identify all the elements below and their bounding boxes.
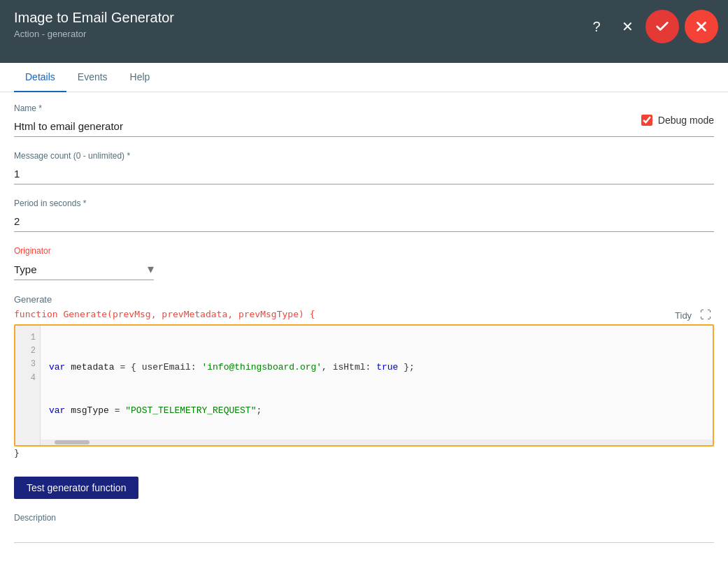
x-icon — [694, 19, 709, 34]
tab-events[interactable]: Events — [66, 63, 119, 92]
line-numbers: 1 2 3 4 — [15, 326, 41, 447]
debug-mode-label: Debug mode — [658, 115, 714, 126]
header: Image to Email Generator Action - genera… — [0, 0, 728, 63]
code-editor[interactable]: 1 2 3 4 var metadata = { userEmail: 'inf… — [14, 324, 714, 447]
description-input[interactable] — [14, 526, 714, 543]
description-field-group: Description — [14, 513, 714, 543]
fullscreen-icon: ⛶ — [700, 309, 711, 321]
scrollbar-thumb — [55, 440, 90, 444]
message-count-field-group: Message count (0 - unlimited) * — [14, 151, 714, 184]
test-generator-button[interactable]: Test generator function — [14, 477, 138, 499]
content-area: Name * Debug mode Message count (0 - unl… — [0, 92, 728, 582]
tidy-button[interactable]: Tidy — [672, 309, 694, 322]
period-label: Period in seconds * — [14, 198, 714, 208]
name-field-group: Name * — [14, 103, 714, 137]
help-button[interactable]: ? — [584, 14, 609, 39]
close-header-button[interactable]: ✕ — [615, 14, 640, 39]
originator-select-row: Type Device Asset Customer Tenant ▾ — [14, 259, 154, 280]
generate-label: Generate — [14, 294, 714, 305]
generate-field-group: Generate function Generate(prevMsg, prev… — [14, 294, 714, 458]
tab-help[interactable]: Help — [119, 63, 162, 92]
horizontal-scrollbar[interactable] — [41, 440, 713, 445]
description-label: Description — [14, 513, 714, 523]
code-toolbar-row: function Generate(prevMsg, prevMetadata,… — [14, 307, 714, 323]
question-icon: ? — [592, 19, 600, 35]
originator-type-select[interactable]: Type Device Asset Customer Tenant — [14, 263, 145, 275]
tabs-bar: Details Events Help — [0, 63, 728, 92]
originator-label: Originator — [14, 246, 714, 256]
chevron-down-icon: ▾ — [148, 261, 154, 277]
code-lines: var metadata = { userEmail: 'info@things… — [41, 326, 713, 447]
code-line-2: var msgType = "POST_TELEMETRY_REQUEST"; — [49, 404, 704, 419]
header-actions: ? ✕ — [584, 10, 718, 43]
debug-mode-checkbox[interactable] — [641, 115, 652, 126]
check-icon — [655, 19, 670, 34]
code-line-1: var metadata = { userEmail: 'info@things… — [49, 361, 704, 375]
cancel-button[interactable] — [685, 10, 718, 43]
tab-details[interactable]: Details — [14, 63, 66, 92]
name-debug-row: Name * Debug mode — [14, 103, 714, 137]
message-count-input[interactable] — [14, 164, 714, 184]
period-field-group: Period in seconds * — [14, 198, 714, 232]
confirm-button[interactable] — [645, 10, 679, 43]
period-input[interactable] — [14, 211, 714, 232]
name-label: Name * — [14, 103, 714, 113]
debug-mode-row: Debug mode — [641, 115, 714, 126]
fullscreen-button[interactable]: ⛶ — [697, 307, 714, 323]
function-signature: function Generate(prevMsg, prevMetadata,… — [14, 309, 315, 319]
closing-brace: } — [14, 448, 714, 458]
originator-field-group: Originator Type Device Asset Customer Te… — [14, 246, 714, 280]
close-header-icon: ✕ — [622, 18, 634, 35]
message-count-label: Message count (0 - unlimited) * — [14, 151, 714, 161]
name-input[interactable] — [14, 116, 714, 137]
code-editor-inner: 1 2 3 4 var metadata = { userEmail: 'inf… — [15, 326, 713, 447]
code-actions: Tidy ⛶ — [672, 307, 714, 323]
